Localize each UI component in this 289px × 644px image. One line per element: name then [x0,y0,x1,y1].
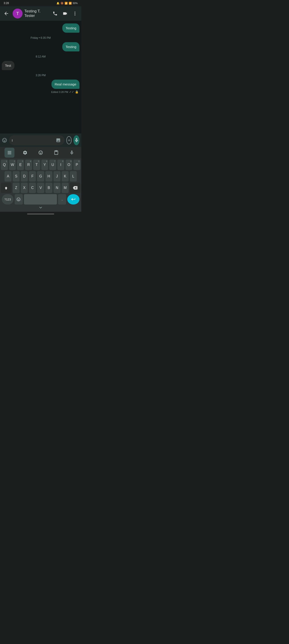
status-icons: 🔔 🔕 📶 📶 50% [57,2,78,5]
back-button[interactable] [2,9,11,18]
message-bubble-sent-2: Testing [62,42,80,52]
edited-label: Edited 3:28 PM [51,91,68,93]
message-bubble-received-1: Test [2,61,15,70]
key-c[interactable]: C [29,183,36,193]
key-x[interactable]: X [21,183,28,193]
timestamp-divider-1: Friday • 6:35 PM [2,34,80,41]
home-bar [27,214,54,214]
keyboard-bottom-row: ?123 , . [1,194,80,204]
app-bar-actions [51,9,80,18]
contact-name: Testing T. Tester [24,9,49,18]
mute-icon: 🔕 [61,2,64,5]
keyboard-row-2: A S D F G H J K L [1,171,80,182]
space-key[interactable] [24,194,57,204]
key-k[interactable]: K [62,171,69,182]
key-f[interactable]: F [29,171,36,182]
add-attachment-button[interactable] [66,136,72,144]
key-e[interactable]: E3 [17,160,24,170]
key-w[interactable]: W2 [9,160,16,170]
keyboard-emoji-button[interactable] [36,148,46,158]
key-s[interactable]: S [13,171,20,182]
emoji-key[interactable]: , [15,194,23,204]
chevron-row [0,206,81,212]
lock-icon: 🔒 [75,90,79,94]
phone-button[interactable] [51,9,60,18]
key-i[interactable]: I8 [57,160,64,170]
delete-key[interactable] [70,183,80,193]
keyboard-settings-button[interactable] [20,148,30,158]
key-p[interactable]: P0 [73,160,80,170]
key-h[interactable]: H [45,171,52,182]
keyboard: Q1 W2 E3 R4 T5 Y6 U7 I8 O9 P0 A S D F G … [0,158,81,206]
key-q[interactable]: Q1 [1,160,8,170]
voice-button[interactable] [73,135,80,145]
svg-point-0 [75,12,75,13]
key-u[interactable]: U7 [49,160,56,170]
key-r[interactable]: R4 [25,160,32,170]
message-bubble-sent-1: Testing [62,24,80,33]
timestamp-divider-3: 3:26 PM [2,71,80,79]
status-bar: 3:28 🔔 🔕 📶 📶 50% [0,0,81,6]
message-meta: Edited 3:28 PM ✓✓ 🔒 [2,90,80,94]
app-bar: T Testing T. Tester [0,6,81,21]
avatar: T [13,8,23,18]
svg-point-1 [75,13,75,14]
key-t[interactable]: T5 [33,160,40,170]
key-d[interactable]: D [21,171,28,182]
message-bubble-sent-3: Real message [52,80,80,89]
wifi-icon: 📶 [65,2,68,5]
alarm-icon: 🔔 [57,2,60,5]
timestamp-divider-2: 8:12 AM [2,52,80,60]
key-a[interactable]: A [5,171,12,182]
keyboard-voice-button[interactable] [67,148,77,158]
period-key[interactable]: . [58,194,66,204]
keyboard-toolbar [0,147,81,158]
enter-key[interactable] [67,194,80,204]
keyboard-clipboard-button[interactable] [51,148,61,158]
key-n[interactable]: N [54,183,61,193]
emoji-button[interactable] [2,136,7,144]
shift-key[interactable] [1,183,12,193]
input-area [0,134,81,147]
key-l[interactable]: L [70,171,77,182]
more-button[interactable] [71,9,80,18]
message-input-wrap [9,135,65,145]
message-input[interactable] [12,138,55,142]
key-g[interactable]: G [37,171,44,182]
battery-icon: 50% [73,2,78,4]
svg-point-2 [75,15,75,16]
key-v[interactable]: V [37,183,44,193]
key-z[interactable]: Z [13,183,20,193]
keyboard-row-3: Z X C V B N M [1,183,80,193]
key-b[interactable]: B [45,183,52,193]
keyboard-row-1: Q1 W2 E3 R4 T5 Y6 U7 I8 O9 P0 [1,160,80,170]
num-sym-key[interactable]: ?123 [2,194,14,204]
key-o[interactable]: O9 [66,160,73,170]
home-indicator [0,212,81,216]
chat-area: Testing Friday • 6:35 PM Testing 8:12 AM… [0,21,81,134]
status-time: 3:28 [4,2,9,5]
attach-image-button[interactable] [55,137,62,144]
key-j[interactable]: J [54,171,61,182]
read-receipt-icon: ✓✓ [69,90,74,94]
signal-icon: 📶 [69,2,72,5]
key-y[interactable]: Y6 [41,160,48,170]
keyboard-grid-button[interactable] [5,148,15,158]
key-m[interactable]: M [62,183,69,193]
video-button[interactable] [61,9,70,18]
